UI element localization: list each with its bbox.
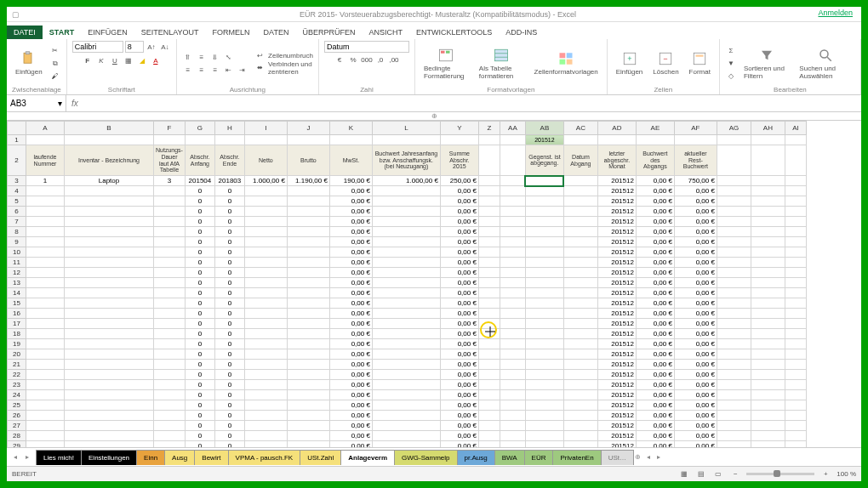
tab-nav-next-icon[interactable]: ▸ [654,452,664,462]
cell[interactable]: 0,00 € [440,186,478,196]
cell[interactable]: 0,00 € [636,380,674,390]
cell[interactable]: 0 [214,217,244,227]
cell[interactable] [478,186,500,196]
cell[interactable]: 0 [214,360,244,370]
cell[interactable]: 0 [185,390,214,400]
cell[interactable] [26,237,65,247]
cell[interactable] [751,441,785,448]
cell[interactable] [26,258,65,268]
cell[interactable] [717,227,751,237]
cell[interactable] [287,227,329,237]
cell[interactable] [717,207,751,217]
cell[interactable]: MwSt. [329,145,372,176]
cell[interactable] [785,360,806,370]
percent-icon[interactable]: % [347,54,359,65]
cell[interactable]: 0,00 € [440,411,478,421]
cell[interactable]: 0,00 € [674,421,717,431]
cell[interactable]: Buchwert des Abgangs [636,145,674,176]
cell[interactable]: 0 [185,288,214,298]
cell[interactable] [244,421,287,431]
indent-dec-icon[interactable]: ⇤ [223,64,235,76]
cell[interactable] [478,380,500,390]
cell[interactable] [717,411,751,421]
cell[interactable]: 0 [185,186,214,196]
cell[interactable] [244,390,287,400]
cell[interactable]: 0 [185,411,214,421]
cell[interactable] [478,390,500,400]
cell[interactable] [751,380,785,390]
cell[interactable] [26,186,65,196]
cell[interactable]: 0 [185,278,214,288]
cell[interactable] [26,390,65,400]
cell[interactable]: 201512 [597,400,636,411]
cell[interactable]: Brutto [287,145,329,176]
cell[interactable] [154,339,186,349]
cell[interactable] [500,176,525,186]
cell[interactable]: 201512 [597,258,636,268]
cell[interactable] [785,207,806,217]
cell[interactable]: 0 [214,247,244,258]
cell[interactable] [287,186,329,196]
border-icon[interactable]: ▦ [123,54,134,66]
cell[interactable]: Inventar - Bezeichnung [65,145,154,176]
cell[interactable]: 0,00 € [636,207,674,217]
cell[interactable] [717,268,751,278]
cell[interactable] [244,411,287,421]
cell[interactable] [154,319,186,329]
cell[interactable] [26,349,65,360]
cell[interactable] [372,411,440,421]
cell[interactable] [751,390,785,400]
tab-entwicklertools[interactable]: ENTWICKLERTOOLS [409,26,499,39]
cell[interactable] [26,227,65,237]
cell[interactable] [785,349,806,360]
col-header-Y[interactable]: Y [440,122,478,135]
cell[interactable] [65,441,154,448]
cell[interactable] [525,247,563,258]
row-header[interactable]: 26 [8,411,26,421]
cell-styles-button[interactable]: Zellenformatvorlagen [531,49,602,77]
decimal-inc-icon[interactable]: ,0 [374,54,386,65]
split-handle[interactable]: ⊕ [7,112,861,121]
cell[interactable] [500,186,525,196]
cell[interactable] [154,380,186,390]
cell[interactable] [287,298,329,309]
cell[interactable]: 0,00 € [674,288,717,298]
cell[interactable] [500,288,525,298]
cell[interactable] [26,360,65,370]
cell[interactable] [500,309,525,319]
cell[interactable] [478,411,500,421]
cell[interactable] [751,227,785,237]
cell[interactable]: 0,00 € [440,349,478,360]
cell[interactable]: 0 [185,258,214,268]
col-header-H[interactable]: H [214,122,244,135]
col-header-AD[interactable]: AD [597,122,636,135]
row-header[interactable]: 13 [8,278,26,288]
anmelden-link[interactable]: Anmelden [818,9,853,17]
cell[interactable] [717,237,751,247]
cell[interactable]: 201512 [597,186,636,196]
zoom-slider[interactable] [746,473,814,475]
cell[interactable] [244,298,287,309]
orientation-icon[interactable]: ⤡ [223,51,235,63]
cell[interactable]: 201512 [597,349,636,360]
cell[interactable]: 0,00 € [329,390,372,400]
sheet-tab-12[interactable]: PrivatenEn [552,450,601,465]
cell[interactable] [65,268,154,278]
cell[interactable] [500,360,525,370]
cell[interactable] [26,370,65,380]
cell[interactable] [65,309,154,319]
cell[interactable]: 201512 [597,268,636,278]
cell[interactable]: 201512 [597,441,636,448]
cell[interactable] [751,298,785,309]
cell[interactable]: 0,00 € [674,278,717,288]
cell[interactable] [287,329,329,339]
cell[interactable] [372,380,440,390]
cell[interactable]: 0,00 € [674,186,717,196]
cell[interactable] [785,196,806,207]
cell[interactable] [26,400,65,411]
cell[interactable] [717,441,751,448]
cell[interactable] [244,237,287,247]
cell[interactable] [26,431,65,441]
cell[interactable] [244,278,287,288]
cell[interactable] [751,217,785,227]
